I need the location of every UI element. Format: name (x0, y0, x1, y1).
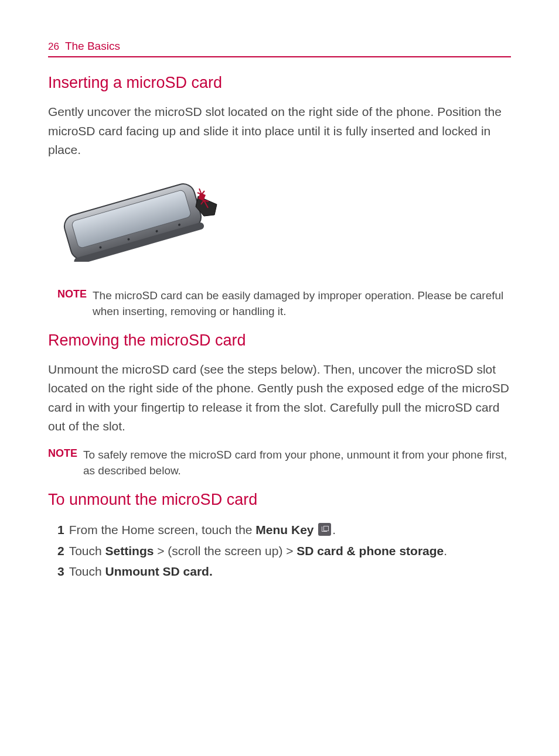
step-body: Touch Settings > (scroll the screen up) … (69, 541, 511, 562)
step-body: From the Home screen, touch the Menu Key… (69, 519, 511, 541)
steps-list: 1 From the Home screen, touch the Menu K… (48, 519, 511, 582)
note-body: To safely remove the microSD card from y… (83, 447, 511, 479)
page-number: 26 (48, 41, 59, 53)
note-label: NOTE (57, 288, 93, 300)
step-number: 3 (57, 561, 69, 582)
note-body: The microSD card can be easily damaged b… (93, 288, 511, 320)
section-title: The Basics (65, 40, 120, 53)
step-body: Touch Unmount SD card. (69, 561, 511, 582)
note-insert: NOTE The microSD card can be easily dama… (48, 288, 511, 320)
step-number: 1 (57, 519, 69, 541)
step-1: 1 From the Home screen, touch the Menu K… (57, 519, 511, 541)
microsd-illustration (53, 174, 223, 262)
heading-unmount: To unmount the microSD card (48, 491, 511, 509)
remove-body: Unmount the microSD card (see the steps … (48, 360, 511, 436)
step-2: 2 Touch Settings > (scroll the screen up… (57, 541, 511, 562)
manual-page: 26 The Basics Inserting a microSD card G… (0, 0, 559, 582)
heading-removing: Removing the microSD card (48, 331, 511, 350)
heading-inserting: Inserting a microSD card (48, 74, 511, 92)
note-remove: NOTE To safely remove the microSD card f… (48, 447, 511, 479)
insert-body: Gently uncover the microSD slot located … (48, 102, 511, 160)
step-number: 2 (57, 541, 69, 562)
note-label: NOTE (48, 447, 83, 460)
menu-key-icon (318, 523, 331, 536)
page-header: 26 The Basics (48, 40, 511, 57)
step-3: 3 Touch Unmount SD card. (57, 561, 511, 582)
